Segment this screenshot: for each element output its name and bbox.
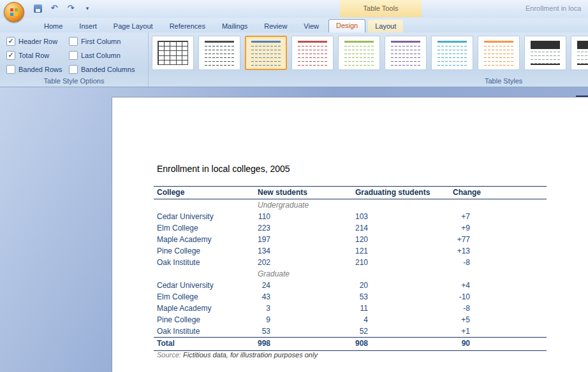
cell-change: 90 [453, 338, 470, 350]
table-section-row: Undergraduate [154, 199, 547, 211]
checkbox[interactable]: ✓ [6, 51, 15, 60]
document-page[interactable]: Enrollment in local colleges, 2005 Colle… [112, 97, 588, 372]
cell-new-students: 3 [258, 303, 270, 314]
cell-college: Pine College [157, 245, 200, 257]
cell-new-students: 202 [258, 257, 270, 268]
table-style-light-blue[interactable] [245, 36, 287, 70]
table-header-row: CollegeNew studentsGraduating studentsCh… [154, 186, 547, 199]
option-total-row[interactable]: ✓Total Row [6, 50, 62, 61]
tab-home[interactable]: Home [37, 20, 70, 32]
table-style-dark-header[interactable] [524, 36, 566, 70]
tab-view[interactable]: View [297, 20, 326, 32]
cell-change: +9 [453, 222, 470, 234]
cell-college: Elm College [157, 291, 198, 303]
table-style-options-group: ✓Header Row✓Total RowBanded Rows First C… [0, 32, 149, 87]
table-style-preview [437, 41, 467, 66]
checkbox-label: Banded Columns [81, 66, 135, 73]
table-row: Maple Academy311-8 [154, 303, 547, 314]
section-label: Graduate [258, 268, 290, 280]
table-row: Pine College134121+13 [154, 245, 547, 257]
tab-page-layout[interactable]: Page Layout [107, 20, 160, 32]
office-button[interactable] [4, 2, 24, 22]
table-style-light-olive[interactable] [338, 36, 380, 70]
cell-college: Cedar University [157, 280, 214, 291]
cell-change: +13 [453, 245, 470, 257]
cell-graduating-students: 210 [355, 257, 368, 268]
option-first-column[interactable]: First Column [69, 36, 135, 46]
cell-graduating-students: 908 [355, 338, 368, 350]
tab-design[interactable]: Design [328, 19, 365, 32]
checkbox[interactable] [6, 65, 15, 74]
table-style-dark-header-2[interactable] [571, 36, 588, 70]
table-row: Elm College4353-10 [154, 291, 547, 303]
cell-graduating-students: 11 [355, 303, 368, 314]
table-style-preview [298, 41, 327, 66]
tab-layout[interactable]: Layout [368, 20, 403, 32]
title-bar: ↶ ↷ ▾ Table Tools Enrollment in loca [0, 0, 588, 18]
cell-graduating-students: 52 [355, 326, 368, 337]
table-total-row: Total99890890 [154, 337, 547, 351]
checkbox[interactable] [69, 65, 78, 74]
checkbox[interactable] [69, 37, 78, 46]
table-row: Oak Institute5352+1 [154, 326, 547, 337]
cell-college: Cedar University [157, 211, 214, 222]
checkbox[interactable] [69, 51, 78, 60]
style-options-column-1: ✓Header Row✓Total RowBanded Rows [6, 36, 62, 78]
table-style-preview [158, 41, 188, 65]
table-style-light-purple[interactable] [385, 36, 427, 70]
cell-graduating-students: 4 [355, 314, 368, 326]
option-banded-rows[interactable]: Banded Rows [6, 64, 62, 75]
cell-college: Elm College [157, 222, 198, 234]
document-heading: Enrollment in local colleges, 2005 [157, 164, 290, 174]
source-text: Fictitious data, for illustration purpos… [181, 351, 318, 359]
cell-change: +77 [453, 234, 470, 245]
option-last-column[interactable]: Last Column [69, 50, 135, 61]
table-style-preview [391, 41, 420, 66]
cell-graduating-students: 103 [355, 211, 368, 222]
cell-college: Oak Institute [157, 326, 200, 337]
cell-change: -8 [453, 257, 470, 268]
tab-references[interactable]: References [163, 20, 212, 32]
cell-change: +1 [453, 326, 470, 337]
table-style-light-aqua[interactable] [431, 36, 473, 70]
tab-mailings[interactable]: Mailings [215, 20, 254, 32]
checkbox-label: Header Row [18, 38, 57, 45]
table-row: Pine College94+5 [154, 314, 547, 326]
source-note: Source: Fictitious data, for illustratio… [157, 351, 318, 359]
option-header-row[interactable]: ✓Header Row [6, 36, 62, 46]
table-row: Oak Institute202210-8 [154, 257, 547, 268]
cell-graduating-students: 20 [355, 280, 368, 291]
group-label-table-styles: Table Styles [485, 77, 522, 85]
tab-review[interactable]: Review [257, 20, 294, 32]
undo-icon[interactable]: ↶ [48, 3, 60, 14]
table-styles-gallery [152, 36, 588, 73]
cell-graduating-students: 120 [355, 234, 368, 245]
window-title: Enrollment in loca [526, 4, 588, 12]
tab-insert[interactable]: Insert [72, 20, 104, 32]
cell-graduating-students: 53 [355, 291, 368, 303]
redo-icon[interactable]: ↷ [65, 3, 77, 14]
cell-change: +4 [453, 280, 470, 291]
ribbon: ✓Header Row✓Total RowBanded Rows First C… [0, 32, 588, 87]
cell-college: Maple Academy [157, 234, 211, 245]
cell-college: Maple Academy [157, 303, 211, 314]
cell-new-students: New students [258, 187, 307, 198]
option-banded-columns[interactable]: Banded Columns [69, 64, 135, 75]
customize-quick-access-icon[interactable]: ▾ [82, 3, 93, 14]
ribbon-tabs: HomeInsertPage LayoutReferencesMailingsR… [0, 18, 588, 32]
checkbox-label: Last Column [81, 52, 121, 59]
table-style-light-black[interactable] [198, 36, 240, 70]
checkbox[interactable]: ✓ [6, 37, 15, 46]
cell-change: +5 [453, 314, 470, 326]
table-style-light-red[interactable] [291, 36, 334, 70]
cell-new-students: 998 [258, 338, 270, 350]
table-row: Maple Academy197120+77 [154, 234, 547, 245]
table-style-preview [531, 41, 560, 65]
cell-new-students: 197 [258, 234, 270, 245]
enrollment-table[interactable]: CollegeNew studentsGraduating studentsCh… [154, 186, 547, 351]
table-style-table-grid[interactable] [152, 36, 194, 70]
table-style-light-orange[interactable] [478, 36, 520, 70]
cell-college: Oak Institute [157, 257, 200, 268]
contextual-tab-group-label: Table Tools [340, 0, 422, 17]
save-icon[interactable] [32, 3, 43, 14]
